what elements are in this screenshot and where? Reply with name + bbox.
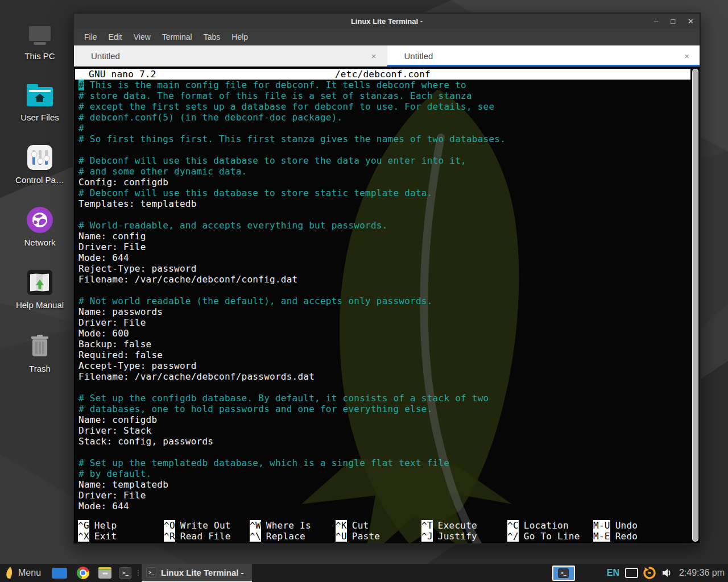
terminal-line: # and some other dynamic data. <box>78 166 690 177</box>
desktop-icon-label: Control Pa… <box>6 175 74 185</box>
terminal-scrollbar[interactable] <box>692 69 698 542</box>
shortcut-read-file: ^RRead File <box>164 531 250 542</box>
network-globe-icon <box>6 206 74 234</box>
terminal-line <box>78 382 690 393</box>
terminal-line: Driver: File <box>78 242 690 252</box>
shortcut-column: ^CLocation^/Go To Line <box>507 520 593 542</box>
shortcut-column: ^GHelp^XExit <box>78 520 164 542</box>
nano-content[interactable]: # This is the main config file for debco… <box>75 80 690 512</box>
desktop-icon-trash[interactable]: Trash <box>6 332 74 373</box>
taskbar: Menu >_ >_ Linux Lite Terminal - >_ EN 2… <box>0 564 728 582</box>
tab-untitled-1[interactable]: Untitled × <box>74 45 387 66</box>
shortcut-justify: ^JJustify <box>421 531 507 542</box>
linux-lite-menu-icon[interactable] <box>5 566 15 580</box>
terminal-line: Driver: File <box>78 490 690 501</box>
desktop-icon-control-panel[interactable]: Control Pa… <box>6 143 74 185</box>
home-folder-icon <box>6 81 74 109</box>
shortcut-help: ^GHelp <box>78 520 164 531</box>
terminal-line: # So first things first. This first stan… <box>78 134 690 144</box>
tab-label: Untitled <box>404 51 685 61</box>
terminal-line: Driver: File <box>78 317 690 328</box>
terminal-line: Required: false <box>78 350 690 360</box>
terminal-line: # Set up the templatedb database, which … <box>78 458 690 468</box>
terminal-glyph-icon: >_ <box>558 568 569 578</box>
terminal-screen[interactable]: GNU nano 7.2 /etc/debconf.conf # This is… <box>74 66 700 543</box>
tab-label: Untitled <box>91 51 371 61</box>
menubar: File Edit View Terminal Tabs Help <box>74 28 700 45</box>
keyboard-layout-indicator[interactable]: EN <box>607 568 619 578</box>
scrollbar-thumb[interactable] <box>693 69 698 541</box>
terminal-line: # Not world readable (the default), and … <box>78 296 690 306</box>
terminal-line: Stack: config, passwords <box>78 436 690 447</box>
menu-view[interactable]: View <box>128 30 156 44</box>
desktop-icon-label: Trash <box>6 364 74 373</box>
maximize-button[interactable]: □ <box>671 18 675 25</box>
menu-tabs[interactable]: Tabs <box>198 30 226 44</box>
tab-close-icon[interactable]: × <box>371 51 377 61</box>
terminal-line: # databases, one to hold passwords and o… <box>78 404 690 414</box>
terminal-line <box>78 209 690 220</box>
file-manager-icon[interactable] <box>98 567 111 579</box>
close-button[interactable]: ✕ <box>688 18 694 25</box>
update-manager-icon[interactable] <box>643 566 656 580</box>
help-manual-icon <box>6 268 74 297</box>
shortcut-location: ^CLocation <box>507 520 593 531</box>
terminal-line: # store data. The format of this file is… <box>78 90 690 101</box>
nano-titlebar: GNU nano 7.2 /etc/debconf.conf <box>75 69 690 80</box>
menu-terminal[interactable]: Terminal <box>156 30 198 44</box>
tray-terminal-icon[interactable]: >_ <box>552 566 575 581</box>
terminal-line: Name: configdb <box>78 414 690 425</box>
menu-file[interactable]: File <box>78 30 103 44</box>
terminal-line: Config: configdb <box>78 177 690 188</box>
chrome-icon[interactable] <box>77 567 89 579</box>
shortcut-write-out: ^OWrite Out <box>164 520 250 531</box>
shortcut-redo: M-ERedo <box>593 531 679 542</box>
volume-icon[interactable] <box>661 567 672 579</box>
terminal-line: Name: templatedb <box>78 479 690 490</box>
shortcut-column: ^OWrite Out^RRead File <box>164 520 250 542</box>
computer-icon <box>6 19 74 48</box>
panel-drag-handle[interactable] <box>138 570 139 576</box>
terminal-line: # <box>78 123 690 134</box>
tab-untitled-2[interactable]: Untitled × <box>387 45 700 66</box>
shortcut-column: ^TExecute^JJustify <box>421 520 507 542</box>
desktop-icon-user-files[interactable]: User Files <box>6 81 74 122</box>
terminal-line: Accept-Type: password <box>78 360 690 371</box>
terminal-launcher-icon[interactable]: >_ <box>119 567 131 579</box>
taskbar-window-button[interactable]: >_ Linux Lite Terminal - <box>142 564 252 582</box>
terminal-line: Name: passwords <box>78 306 690 317</box>
clock[interactable]: 2:49:36 pm <box>679 568 725 578</box>
shortcut-column: ^WWhere Is^\Replace <box>250 520 336 542</box>
taskbar-window-label: Linux Lite Terminal - <box>161 568 244 577</box>
terminal-line: # Set up the configdb database. By defau… <box>78 393 690 404</box>
menu-edit[interactable]: Edit <box>103 30 128 44</box>
terminal-line: # except the first sets up a database fo… <box>78 101 690 112</box>
desktop-icon-this-pc[interactable]: This PC <box>6 19 74 61</box>
terminal-line: # debconf.conf(5) (in the debconf-doc pa… <box>78 112 690 123</box>
tab-close-icon[interactable]: × <box>684 51 689 61</box>
menu-help[interactable]: Help <box>226 30 254 44</box>
trash-icon <box>6 332 74 360</box>
desktop-icon-network[interactable]: Network <box>6 206 74 247</box>
terminal-line <box>78 447 690 458</box>
desktop-icon-label: This PC <box>6 51 74 61</box>
terminal-window: Linux Lite Terminal - – □ ✕ File Edit Vi… <box>73 13 701 544</box>
shortcut-cut: ^KCut <box>336 520 421 531</box>
shortcut-paste: ^UPaste <box>336 531 421 542</box>
display-tray-icon[interactable] <box>625 568 638 578</box>
desktop-icon-help-manual[interactable]: Help Manual <box>6 268 74 310</box>
terminal-line: Mode: 644 <box>78 501 690 512</box>
workspace-pager-icon[interactable] <box>52 568 67 579</box>
menu-button[interactable]: Menu <box>18 568 41 578</box>
shortcut-exit: ^XExit <box>78 531 164 542</box>
control-panel-icon <box>6 143 74 172</box>
terminal-line: Name: config <box>78 231 690 242</box>
shortcut-execute: ^TExecute <box>421 520 507 531</box>
terminal-line: Mode: 600 <box>78 328 690 339</box>
terminal-line: Templates: templatedb <box>78 198 690 209</box>
terminal-line: Backup: false <box>78 339 690 350</box>
window-titlebar[interactable]: Linux Lite Terminal - – □ ✕ <box>74 14 700 28</box>
minimize-button[interactable]: – <box>654 18 658 25</box>
terminal-line: Driver: Stack <box>78 425 690 436</box>
terminal-line: # Debconf will use this database to stor… <box>78 188 690 198</box>
